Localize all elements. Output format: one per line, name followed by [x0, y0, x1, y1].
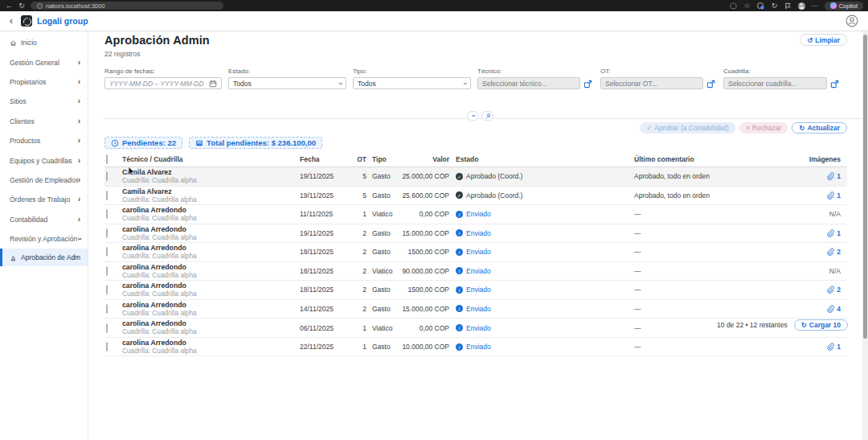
user-avatar-icon[interactable]: [845, 14, 858, 27]
sidebar-item-contabilidad[interactable]: Contabilidad›: [0, 210, 88, 229]
row-checkbox[interactable]: [106, 228, 108, 238]
row-checkbox[interactable]: [106, 323, 108, 333]
status-badge: iEnviado: [449, 305, 634, 313]
technician-name[interactable]: carolina Arredondo: [122, 301, 300, 309]
images-count[interactable]: 2: [837, 248, 841, 256]
refresh-button[interactable]: ↻ Actualizar: [792, 122, 847, 134]
row-checkbox[interactable]: [106, 342, 108, 352]
table-row[interactable]: Camila AlvarezCuadrilla: Cuadrilla alpha…: [104, 167, 847, 187]
images-count[interactable]: 4: [837, 305, 841, 313]
sync-icon[interactable]: ↻: [771, 2, 779, 10]
address-bar[interactable]: i nabors.localhost:3000: [31, 2, 223, 10]
row-checkbox[interactable]: [106, 247, 108, 257]
row-type: Gasto: [366, 286, 397, 294]
technician-name[interactable]: Camila Alvarez: [122, 168, 300, 176]
sidebar-item-propietarios[interactable]: Propietarios›: [0, 72, 88, 92]
images-count[interactable]: 1: [837, 172, 841, 180]
images-count[interactable]: 1: [837, 343, 841, 351]
cuadrilla-input[interactable]: [723, 77, 827, 89]
pin-filters-button[interactable]: [481, 111, 493, 121]
estado-select[interactable]: Todos ›: [228, 77, 346, 89]
cuadrilla-value-help-icon[interactable]: [830, 80, 839, 88]
images-link[interactable]: 1: [800, 343, 847, 351]
scrollbar[interactable]: [862, 31, 868, 440]
date-range-field[interactable]: [109, 78, 206, 88]
reject-label: Rechazar: [752, 124, 781, 132]
sidebar-item-equipos-y-cuadrillas[interactable]: Equipos y Cuadrillas›: [0, 150, 88, 170]
sidebar-item-inicio[interactable]: Inicio: [0, 33, 88, 52]
images-link[interactable]: 1: [800, 229, 847, 237]
table-row[interactable]: carolina ArredondoCuadrilla: Cuadrilla a…: [104, 224, 847, 244]
images-link[interactable]: 1: [800, 191, 847, 199]
sidebar-item-revision-y-aprobacion[interactable]: Revisión y Aprobación›: [0, 229, 88, 249]
table-row[interactable]: carolina ArredondoCuadrilla: Cuadrilla a…: [104, 338, 847, 357]
table-row[interactable]: carolina ArredondoCuadrilla: Cuadrilla a…: [104, 262, 847, 282]
favorites-star-icon[interactable]: ☆: [743, 2, 751, 10]
images-link[interactable]: 2: [800, 248, 847, 256]
pending-count-label: Pendientes: 22: [122, 138, 176, 147]
tecnico-value-help-icon[interactable]: [583, 80, 592, 88]
images-count[interactable]: 2: [837, 286, 841, 294]
table-row[interactable]: carolina ArredondoCuadrilla: Cuadrilla a…: [104, 281, 847, 300]
images-count[interactable]: 1: [837, 191, 841, 199]
sidebar-item-clientes[interactable]: Clientes›: [0, 112, 88, 131]
copilot-button[interactable]: Copilot: [825, 2, 863, 10]
row-checkbox[interactable]: [106, 171, 108, 181]
sidebar-item-gestion-general[interactable]: Gestión General›: [0, 52, 88, 72]
row-checkbox[interactable]: [106, 266, 108, 276]
technician-name[interactable]: carolina Arredondo: [122, 225, 300, 233]
table-row[interactable]: Camila AlvarezCuadrilla: Cuadrilla alpha…: [104, 187, 847, 206]
approve-button[interactable]: ✓ Aprobar (a Contabilidad): [640, 122, 735, 134]
row-checkbox[interactable]: [106, 191, 108, 200]
images-link[interactable]: 4: [800, 305, 847, 313]
calendar-icon[interactable]: [209, 80, 217, 88]
extensions-icon[interactable]: [757, 2, 765, 10]
reject-button[interactable]: × Rechazar: [739, 122, 788, 134]
sidebar-item-aprobacion-de-admin[interactable]: Aprobación de Admin: [0, 249, 88, 266]
technician-name[interactable]: carolina Arredondo: [122, 263, 300, 271]
images-link[interactable]: 2: [800, 286, 847, 294]
images-link[interactable]: 1: [800, 172, 847, 180]
clear-filters-button[interactable]: ↺ Limpiar: [800, 34, 847, 46]
sidebar-item-sitios[interactable]: Sitios›: [0, 92, 88, 111]
brand-title[interactable]: Logali group: [37, 16, 88, 26]
browser-refresh-icon[interactable]: ↻: [18, 2, 26, 10]
collapse-filters-button[interactable]: ›: [467, 111, 479, 121]
row-date: 11/11/2025: [300, 210, 354, 218]
technician-name[interactable]: carolina Arredondo: [122, 282, 300, 290]
tecnico-input[interactable]: [477, 77, 580, 89]
technician-name[interactable]: carolina Arredondo: [122, 339, 300, 347]
browser-back-icon[interactable]: ←: [5, 2, 13, 10]
site-info-icon[interactable]: i: [37, 3, 43, 9]
table-row[interactable]: carolina ArredondoCuadrilla: Cuadrilla a…: [104, 205, 847, 224]
sidebar-item-gestion-de-empleados[interactable]: Gestión de Empleados›: [0, 171, 88, 190]
row-checkbox[interactable]: [106, 209, 108, 219]
browser-toolbar-right: ☆ ↻ ··· Copilot: [730, 2, 863, 10]
technician-name[interactable]: carolina Arredondo: [122, 319, 300, 327]
tipo-select[interactable]: Todos ›: [353, 77, 471, 89]
status-badge: iEnviado: [449, 210, 634, 218]
collections-icon[interactable]: [784, 2, 792, 10]
select-all-checkbox[interactable]: [106, 154, 108, 164]
date-range-input[interactable]: [104, 77, 222, 89]
images-count[interactable]: 1: [837, 229, 841, 237]
scrollbar-thumb[interactable]: [863, 35, 867, 339]
technician-name[interactable]: carolina Arredondo: [122, 206, 300, 214]
sidebar-item-ordenes-de-trabajo[interactable]: Órdenes de Trabajo›: [0, 190, 88, 209]
sidebar-item-productos[interactable]: Productos›: [0, 131, 88, 150]
row-checkbox[interactable]: [106, 285, 108, 294]
tracking-prevention-icon[interactable]: [730, 2, 738, 10]
technician-name[interactable]: carolina Arredondo: [122, 244, 300, 252]
app-back-button[interactable]: ‹: [10, 15, 13, 27]
home-icon: [10, 39, 17, 47]
sidebar-item-label: Revisión y Aprobación: [10, 235, 78, 243]
table-row[interactable]: carolina ArredondoCuadrilla: Cuadrilla a…: [104, 300, 847, 319]
ot-value-help-icon[interactable]: [706, 80, 715, 88]
row-checkbox[interactable]: [106, 304, 108, 314]
technician-name[interactable]: Camila Alvarez: [122, 187, 300, 195]
browser-menu-icon[interactable]: ···: [811, 2, 819, 10]
load-more-button[interactable]: ↻ Cargar 10: [794, 319, 848, 331]
table-row[interactable]: carolina ArredondoCuadrilla: Cuadrilla a…: [104, 243, 847, 262]
browser-profile-avatar[interactable]: [798, 2, 805, 10]
ot-input[interactable]: [600, 77, 703, 89]
